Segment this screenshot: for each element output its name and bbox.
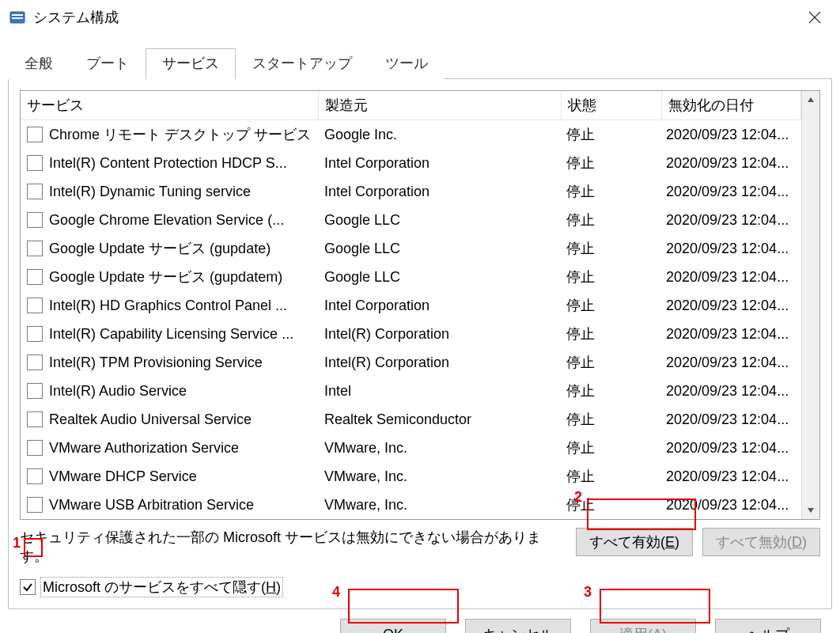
table-row[interactable]: Google Update サービス (gupdate)Google LLC停止… xyxy=(21,234,801,263)
col-header-manufacturer[interactable]: 製造元 xyxy=(319,91,562,119)
cell-state: 停止 xyxy=(560,150,660,176)
table-row[interactable]: Intel(R) Audio ServiceIntel停止2020/09/23 … xyxy=(21,377,801,405)
row-checkbox[interactable] xyxy=(27,411,43,427)
table-row[interactable]: Intel(R) TPM Provisioning ServiceIntel(R… xyxy=(21,348,801,377)
row-checkbox[interactable] xyxy=(27,468,43,484)
service-name: Intel(R) HD Graphics Control Panel ... xyxy=(49,298,287,314)
cell-service: VMware DHCP Service xyxy=(21,465,318,488)
cell-service: VMware USB Arbitration Service xyxy=(21,494,318,517)
tab-boot[interactable]: ブート xyxy=(70,48,146,79)
table-row[interactable]: VMware USB Arbitration ServiceVMware, In… xyxy=(21,491,801,519)
cell-manufacturer: Google LLC xyxy=(318,237,560,260)
table-row[interactable]: Intel(R) Dynamic Tuning serviceIntel Cor… xyxy=(21,177,801,206)
cell-disabled-date: 2020/09/23 12:04... xyxy=(660,209,801,232)
table-row[interactable]: Realtek Audio Universal ServiceRealtek S… xyxy=(21,405,801,434)
row-checkbox[interactable] xyxy=(27,354,43,370)
cell-manufacturer: VMware, Inc. xyxy=(318,465,560,488)
cell-service: Chrome リモート デスクトップ サービス xyxy=(21,122,318,147)
cell-state: 停止 xyxy=(560,435,660,461)
services-list: サービス 製造元 状態 無効化の日付 Chrome リモート デスクトップ サー… xyxy=(20,90,820,520)
vertical-scrollbar[interactable] xyxy=(801,91,819,519)
scroll-up-icon[interactable] xyxy=(802,91,819,108)
cell-disabled-date: 2020/09/23 12:04... xyxy=(660,408,801,431)
cell-manufacturer: Intel Corporation xyxy=(318,180,560,203)
window-title: システム構成 xyxy=(33,8,119,27)
disable-all-accel: D xyxy=(792,534,802,551)
row-checkbox[interactable] xyxy=(27,269,43,285)
cell-disabled-date: 2020/09/23 12:04... xyxy=(660,380,801,403)
enable-all-accel: E xyxy=(665,534,675,551)
cell-disabled-date: 2020/09/23 12:04... xyxy=(660,323,801,346)
help-button[interactable]: ヘルプ xyxy=(715,619,821,633)
cell-manufacturer: Intel Corporation xyxy=(318,294,560,317)
apply-label: 適用 xyxy=(619,625,648,633)
cancel-button[interactable]: キャンセル xyxy=(465,619,571,633)
table-row[interactable]: Intel(R) Content Protection HDCP S...Int… xyxy=(21,149,801,177)
col-header-disabled-date[interactable]: 無効化の日付 xyxy=(662,91,801,119)
row-checkbox[interactable] xyxy=(27,155,43,171)
dialog-footer: OK キャンセル 適用(A) ヘルプ xyxy=(0,619,840,633)
enable-all-button[interactable]: すべて有効(E) xyxy=(576,528,693,556)
table-row[interactable]: Google Update サービス (gupdatem)Google LLC停… xyxy=(21,263,801,291)
cell-disabled-date: 2020/09/23 12:04... xyxy=(660,437,801,460)
table-row[interactable]: Intel(R) Capability Licensing Service ..… xyxy=(21,320,801,348)
cell-manufacturer: Intel Corporation xyxy=(318,152,560,175)
tab-tools[interactable]: ツール xyxy=(369,48,445,79)
tab-services[interactable]: サービス xyxy=(146,48,236,79)
row-checkbox[interactable] xyxy=(27,326,43,342)
cell-service: Intel(R) HD Graphics Control Panel ... xyxy=(21,294,318,317)
row-checkbox[interactable] xyxy=(27,212,43,228)
cell-manufacturer: Realtek Semiconductor xyxy=(318,408,560,431)
list-body[interactable]: Chrome リモート デスクトップ サービスGoogle Inc.停止2020… xyxy=(21,120,801,519)
table-row[interactable]: VMware DHCP ServiceVMware, Inc.停止2020/09… xyxy=(21,462,801,491)
service-name: VMware DHCP Service xyxy=(49,468,197,485)
row-checkbox[interactable] xyxy=(27,383,43,399)
close-button[interactable] xyxy=(797,0,832,35)
col-header-state[interactable]: 状態 xyxy=(562,91,662,119)
tab-general[interactable]: 全般 xyxy=(8,48,70,79)
col-header-service[interactable]: サービス xyxy=(21,91,319,119)
cell-disabled-date: 2020/09/23 12:04... xyxy=(660,465,801,488)
row-checkbox[interactable] xyxy=(27,184,43,199)
cell-state: 停止 xyxy=(560,207,660,233)
enable-all-label: すべて有効 xyxy=(589,533,660,552)
row-checkbox[interactable] xyxy=(27,241,43,256)
row-checkbox[interactable] xyxy=(27,127,43,142)
scroll-down-icon[interactable] xyxy=(802,502,819,519)
title-bar: システム構成 xyxy=(0,0,840,35)
row-checkbox[interactable] xyxy=(27,298,43,313)
security-note: セキュリティ保護された一部の Microsoft サービスは無効にできない場合が… xyxy=(20,528,566,566)
service-name: Google Update サービス (gupdate) xyxy=(49,239,271,258)
hide-ms-services-checkbox[interactable] xyxy=(20,579,36,595)
cell-disabled-date: 2020/09/23 12:04... xyxy=(660,152,801,175)
cell-manufacturer: VMware, Inc. xyxy=(318,437,560,460)
cell-service: Google Chrome Elevation Service (... xyxy=(21,209,318,232)
row-checkbox[interactable] xyxy=(27,497,43,513)
cell-disabled-date: 2020/09/23 12:04... xyxy=(660,351,801,374)
disable-all-button[interactable]: すべて無効(D) xyxy=(702,528,820,556)
table-row[interactable]: Google Chrome Elevation Service (...Goog… xyxy=(21,206,801,234)
hide-ms-text: Microsoft のサービスをすべて隠す xyxy=(43,579,261,595)
row-checkbox[interactable] xyxy=(27,440,43,456)
disable-all-label: すべて無効 xyxy=(716,533,787,552)
apply-accel: A xyxy=(653,627,662,634)
table-row[interactable]: Intel(R) HD Graphics Control Panel ...In… xyxy=(21,291,801,320)
svg-marker-5 xyxy=(808,97,814,102)
table-row[interactable]: VMware Authorization ServiceVMware, Inc.… xyxy=(21,434,801,462)
service-name: Realtek Audio Universal Service xyxy=(49,411,252,428)
service-name: Intel(R) TPM Provisioning Service xyxy=(49,354,263,371)
tab-strip: 全般 ブート サービス スタートアップ ツール xyxy=(0,47,840,78)
apply-button[interactable]: 適用(A) xyxy=(590,619,696,633)
cell-service: Intel(R) TPM Provisioning Service xyxy=(21,351,318,374)
service-name: Intel(R) Content Protection HDCP S... xyxy=(49,155,287,172)
tab-startup[interactable]: スタートアップ xyxy=(236,48,369,79)
cell-manufacturer: VMware, Inc. xyxy=(318,494,560,517)
hide-ms-services-label[interactable]: Microsoft のサービスをすべて隠す(H) xyxy=(40,577,283,597)
table-row[interactable]: Chrome リモート デスクトップ サービスGoogle Inc.停止2020… xyxy=(21,120,801,149)
list-header: サービス 製造元 状態 無効化の日付 xyxy=(21,91,801,120)
ok-button[interactable]: OK xyxy=(340,619,446,633)
cell-disabled-date: 2020/09/23 12:04... xyxy=(660,180,801,203)
service-name: VMware Authorization Service xyxy=(49,440,239,457)
cell-manufacturer: Google Inc. xyxy=(318,123,560,146)
scroll-track[interactable] xyxy=(802,108,819,502)
